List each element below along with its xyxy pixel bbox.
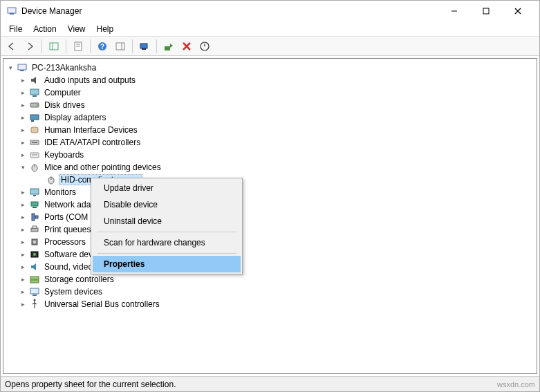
svg-point-49	[33, 253, 36, 256]
tree-node-storage[interactable]: ▸ Storage controllers	[6, 273, 534, 286]
tree-node-label: PC-213Akanksha	[30, 62, 98, 73]
tree-node-audio[interactable]: ▸ Audio inputs and outputs	[6, 74, 534, 86]
chevron-right-icon[interactable]: ▸	[19, 88, 27, 97]
scan-hardware-button[interactable]	[136, 38, 153, 55]
usb-icon	[29, 299, 40, 310]
chevron-right-icon[interactable]: ▸	[19, 275, 27, 283]
tree-root[interactable]: ▾ PC-213Akanksha	[6, 62, 534, 74]
maximize-button[interactable]	[470, 1, 502, 21]
chevron-right-icon[interactable]: ▸	[19, 151, 27, 159]
tree-node-ide[interactable]: ▸ IDE ATA/ATAPI controllers	[6, 136, 534, 149]
toolbar-separator	[66, 39, 66, 53]
context-menu: Update driver Disable device Uninstall d…	[91, 178, 243, 274]
software-icon	[29, 249, 40, 260]
svg-rect-38	[30, 189, 39, 194]
storage-icon	[29, 274, 40, 285]
tree-node-label: Ports (COM	[42, 212, 90, 223]
back-button[interactable]	[3, 38, 20, 55]
tree-node-usb[interactable]: ▸ Universal Serial Bus controllers	[6, 298, 534, 310]
svg-rect-23	[30, 89, 39, 95]
svg-rect-29	[31, 127, 38, 133]
speaker-icon	[29, 75, 40, 86]
tree-node-computer[interactable]: ▸ Computer	[6, 86, 534, 99]
svg-rect-45	[32, 226, 37, 228]
ctx-properties[interactable]: Properties	[93, 256, 241, 272]
statusbar-text: Opens property sheet for the current sel…	[5, 380, 176, 389]
chevron-right-icon[interactable]: ▸	[19, 288, 27, 296]
chevron-down-icon[interactable]: ▾	[6, 64, 15, 72]
menu-help[interactable]: Help	[91, 23, 120, 35]
tree-node-keyboard[interactable]: ▸ Keyboards	[6, 149, 534, 161]
menu-action[interactable]: Action	[28, 23, 62, 35]
chevron-right-icon[interactable]: ▸	[19, 250, 27, 259]
tree-node-ports[interactable]: ▸ Ports (COM	[6, 211, 534, 223]
chevron-right-icon[interactable]: ▸	[19, 213, 27, 221]
tree-node-label: Sound, video	[42, 261, 95, 272]
minimize-button[interactable]	[438, 1, 470, 21]
svg-rect-21	[18, 64, 26, 70]
svg-rect-52	[30, 288, 39, 294]
mouse-icon	[29, 162, 40, 173]
svg-rect-24	[32, 95, 37, 97]
show-hide-console-tree-button[interactable]	[46, 38, 62, 55]
tree-node-label: Monitors	[42, 187, 78, 198]
tree-node-monitors[interactable]: ▸ Monitors	[6, 186, 534, 198]
properties-button[interactable]	[70, 38, 86, 55]
ctx-scan-hardware[interactable]: Scan for hardware changes	[93, 234, 241, 251]
menu-file[interactable]: File	[3, 23, 28, 35]
chevron-down-icon[interactable]: ▾	[19, 163, 27, 171]
uninstall-device-button[interactable]	[178, 38, 195, 55]
chevron-right-icon[interactable]: ▸	[19, 188, 27, 196]
ctx-update-driver[interactable]: Update driver	[93, 180, 241, 196]
svg-rect-0	[8, 8, 16, 13]
tree-node-processors[interactable]: ▸ Processors	[6, 236, 534, 248]
device-tree[interactable]: ▾ PC-213Akanksha ▸ Audio inputs and outp…	[3, 58, 537, 374]
forward-button[interactable]	[21, 38, 38, 55]
svg-rect-27	[30, 115, 39, 120]
svg-rect-22	[20, 70, 24, 71]
printer-icon	[29, 224, 40, 235]
tree-node-printq[interactable]: ▸ Print queues	[6, 223, 534, 236]
chevron-right-icon[interactable]: ▸	[19, 200, 27, 209]
ctx-disable-device[interactable]: Disable device	[93, 196, 241, 213]
svg-rect-15	[140, 44, 147, 48]
help-button[interactable]: ?	[94, 38, 111, 55]
chevron-right-icon[interactable]: ▸	[19, 263, 27, 271]
toolbar: ?	[1, 37, 539, 56]
chevron-right-icon[interactable]: ▸	[19, 113, 27, 122]
tree-node-mice[interactable]: ▾ Mice and other pointing devices	[6, 161, 534, 174]
svg-rect-42	[32, 214, 35, 221]
tree-node-hid-mouse[interactable]: HID-compliant mouse	[6, 174, 534, 186]
toolbar-separator	[132, 39, 133, 53]
menu-view[interactable]: View	[62, 23, 91, 35]
tree-node-network[interactable]: ▸ Network ada	[6, 198, 534, 211]
chevron-right-icon[interactable]: ▸	[19, 300, 27, 308]
chevron-right-icon[interactable]: ▸	[19, 238, 27, 246]
tree-node-label: Universal Serial Bus controllers	[42, 299, 162, 310]
ctx-uninstall-device[interactable]: Uninstall device	[93, 213, 241, 230]
svg-rect-1	[10, 13, 14, 15]
tree-node-sound[interactable]: ▸ Sound, video	[6, 261, 534, 273]
tree-node-hid[interactable]: ▸ Human Interface Devices	[6, 124, 534, 136]
svg-rect-31	[32, 142, 37, 143]
svg-rect-40	[31, 202, 38, 206]
update-driver-button[interactable]	[160, 38, 177, 55]
chevron-right-icon[interactable]: ▸	[19, 138, 27, 147]
svg-point-54	[34, 299, 36, 301]
tree-node-label: Storage controllers	[42, 274, 116, 285]
keyboard-icon	[29, 149, 40, 160]
close-button[interactable]	[502, 1, 534, 21]
chevron-right-icon[interactable]: ▸	[19, 76, 27, 84]
tree-node-label: System devices	[42, 286, 104, 297]
disable-device-button[interactable]	[196, 38, 213, 55]
chevron-right-icon[interactable]: ▸	[19, 225, 27, 234]
chevron-right-icon[interactable]: ▸	[19, 101, 27, 109]
tree-node-disk[interactable]: ▸ Disk drives	[6, 99, 534, 111]
svg-text:?: ?	[100, 43, 104, 50]
action-pane-button[interactable]	[112, 38, 129, 55]
titlebar: Device Manager	[1, 1, 539, 21]
chevron-right-icon[interactable]: ▸	[19, 126, 27, 134]
tree-node-software[interactable]: ▸ Software dev	[6, 248, 534, 261]
tree-node-display[interactable]: ▸ Display adapters	[6, 111, 534, 124]
tree-node-system[interactable]: ▸ System devices	[6, 286, 534, 298]
